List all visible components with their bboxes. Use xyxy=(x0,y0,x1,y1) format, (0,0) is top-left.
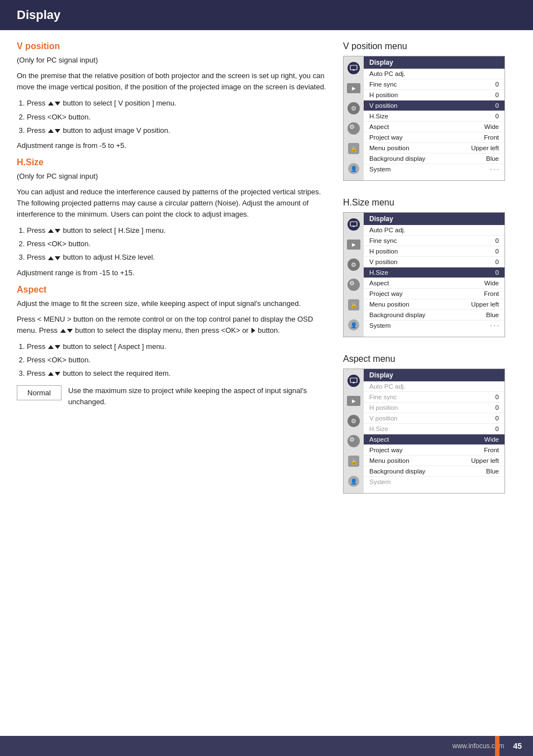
gear1-icon: ⚙ xyxy=(348,102,360,114)
hsize-row-hpos: H position 0 xyxy=(364,246,505,257)
display-icon xyxy=(348,62,360,74)
left-column: V position (Only for PC signal input) On… xyxy=(17,41,332,510)
vposition-menu-panel: ▶ ⚙ ⚙ xyxy=(343,56,505,181)
aspect-icon-lock: 🔒 xyxy=(345,453,362,470)
section-aspect: Aspect Adjust the image to fit the scree… xyxy=(17,285,332,408)
vposition-subtitle: (Only for PC signal input) xyxy=(17,55,332,66)
normal-box: Normal xyxy=(17,385,61,400)
vposition-range: Adjustment range is from -5 to +5. xyxy=(17,141,332,150)
aspect-row-hsize: H.Size 0 xyxy=(364,424,505,434)
icon-display xyxy=(345,60,362,76)
hsize-row-aspect: Aspect Wide xyxy=(364,278,505,289)
hsize-lock-icon: 🔒 xyxy=(348,299,359,310)
vposition-menu-rows: Display Auto PC adj. Fine sync 0 H posit… xyxy=(364,56,505,180)
hsize-row-menupos: Menu position Upper left xyxy=(364,299,505,310)
hsize-row-system: System · · · xyxy=(364,320,505,331)
input-icon: ▶ xyxy=(347,83,360,93)
vposition-body: On the premise that the relative positio… xyxy=(17,70,332,93)
menu-row-autoadj: Auto PC adj. xyxy=(364,69,505,79)
aspect-row-system: System xyxy=(364,477,505,487)
icon-settings2: ⚙ xyxy=(345,120,362,137)
hsize-step-3: Press button to adjust H.Size level. xyxy=(27,251,332,264)
hsize-menu-header: Display xyxy=(364,213,505,225)
hsize-steps: Press button to select [ H.Size ] menu. … xyxy=(27,224,332,264)
vposition-steps: Press button to select [ V position ] me… xyxy=(27,97,332,136)
menu-row-projectway: Project way Front xyxy=(364,132,505,143)
aspect-row-hpos: H position 0 xyxy=(364,403,505,413)
hsize-menu-panel: ▶ ⚙ ⚙ xyxy=(343,212,505,337)
menu-row-bgdisplay: Background display Blue xyxy=(364,154,505,164)
aspect-menu-rows: Display Auto PC adj. Fine sync 0 H posit… xyxy=(364,369,505,493)
vposition-step-1: Press button to select [ V position ] me… xyxy=(27,97,332,109)
aspect-row-finesync: Fine sync 0 xyxy=(364,392,505,403)
menu-row-hsize: H.Size 0 xyxy=(364,111,505,122)
vposition-menu-section: V position menu ▶ xyxy=(343,41,516,181)
hsize-icon-lock: 🔒 xyxy=(345,296,362,313)
lock-icon: 🔒 xyxy=(348,143,359,154)
icon-input: ▶ xyxy=(345,80,362,97)
hsize-input-icon: ▶ xyxy=(347,240,360,250)
hsize-title: H.Size xyxy=(17,157,332,168)
menu-row-hpos: H position 0 xyxy=(364,90,505,101)
aspect-steps: Press button to select [ Aspect ] menu. … xyxy=(27,341,332,380)
aspect-lock-icon: 🔒 xyxy=(348,456,359,467)
page-header: Display xyxy=(0,0,533,30)
vposition-menu-title: V position menu xyxy=(343,41,516,51)
aspect-icon-display xyxy=(345,372,362,389)
vposition-menu-header: Display xyxy=(364,56,505,69)
aspect-body2: Press < MENU > button on the remote cont… xyxy=(17,314,332,336)
hsize-row-bgdisplay: Background display Blue xyxy=(364,310,505,320)
footer-accent xyxy=(495,736,499,756)
hsize-gear2-icon: ⚙ xyxy=(348,279,360,291)
aspect-gear1-icon: ⚙ xyxy=(348,415,360,427)
svg-rect-0 xyxy=(350,65,357,70)
hsize-subtitle: (Only for PC signal input) xyxy=(17,171,332,182)
hsize-row-autoadj: Auto PC adj. xyxy=(364,225,505,236)
aspect-row-autoadj: Auto PC adj. xyxy=(364,381,505,392)
menu-row-aspect: Aspect Wide xyxy=(364,122,505,132)
footer-page-number: 45 xyxy=(513,741,522,750)
hsize-icon-person: 👤 xyxy=(345,317,362,333)
aspect-icon-settings1: ⚙ xyxy=(345,413,362,429)
section-hsize: H.Size (Only for PC signal input) You ca… xyxy=(17,157,332,277)
aspect-step-1: Press button to select [ Aspect ] menu. xyxy=(27,341,332,353)
aspect-menu-panel: ▶ ⚙ ⚙ xyxy=(343,369,505,494)
aspect-icon-input: ▶ xyxy=(345,393,362,409)
section-vposition: V position (Only for PC signal input) On… xyxy=(17,41,332,150)
aspect-step-2: Press <OK> button. xyxy=(27,354,332,366)
svg-rect-6 xyxy=(350,378,357,382)
person-icon: 👤 xyxy=(348,163,359,174)
hsize-step-2: Press <OK> button. xyxy=(27,238,332,250)
aspect-row-menupos: Menu position Upper left xyxy=(364,456,505,466)
hsize-row-projectway: Project way Front xyxy=(364,289,505,299)
icon-person: 👤 xyxy=(345,160,362,177)
aspect-menu-icons: ▶ ⚙ ⚙ xyxy=(344,369,364,493)
vposition-title: V position xyxy=(17,41,332,51)
aspect-row-vpos: V position 0 xyxy=(364,413,505,424)
hsize-icon-settings1: ⚙ xyxy=(345,256,362,273)
hsize-menu-title: H.Size menu xyxy=(343,198,516,208)
gear2-icon: ⚙ xyxy=(348,122,360,135)
hsize-menu-section: H.Size menu ▶ xyxy=(343,198,516,337)
aspect-input-icon: ▶ xyxy=(347,396,360,406)
main-content: V position (Only for PC signal input) On… xyxy=(0,41,533,510)
aspect-body1: Adjust the image to fit the screen size,… xyxy=(17,298,332,309)
hsize-person-icon: 👤 xyxy=(348,319,359,331)
hsize-body: You can adjust and reduce the interferen… xyxy=(17,186,332,220)
vposition-step-3: Press button to adjust image V position. xyxy=(27,125,332,137)
hsize-icon-display xyxy=(345,216,362,233)
menu-row-vpos-hl: V position 0 xyxy=(364,101,505,111)
menu-row-menupos: Menu position Upper left xyxy=(364,143,505,154)
menu-row-system: System · · · xyxy=(364,164,505,174)
hsize-icon-settings2: ⚙ xyxy=(345,276,362,293)
aspect-icon-settings2: ⚙ xyxy=(345,433,362,449)
aspect-menu-header: Display xyxy=(364,369,505,381)
hsize-menu-rows: Display Auto PC adj. Fine sync 0 H posit… xyxy=(364,213,505,337)
icon-settings1: ⚙ xyxy=(345,100,362,117)
menu-row-finesync: Fine sync 0 xyxy=(364,79,505,90)
aspect-display-icon xyxy=(348,375,360,387)
hsize-row-hsize-hl: H.Size 0 xyxy=(364,267,505,278)
svg-rect-3 xyxy=(350,222,357,226)
vposition-step-2: Press <OK> button. xyxy=(27,111,332,123)
aspect-step-3: Press button to select the required item… xyxy=(27,367,332,380)
